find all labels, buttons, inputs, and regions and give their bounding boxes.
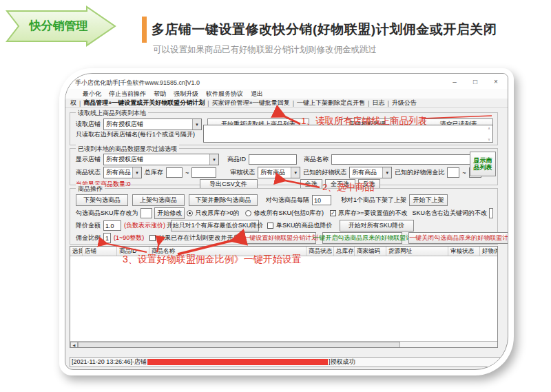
tab-upgrade-notice[interactable]: 升级公告 — [390, 99, 419, 107]
product-id-label: 商品ID — [227, 155, 246, 164]
menu-stop-current[interactable]: 停止当前操作 — [109, 90, 146, 99]
col-select[interactable]: 选择 — [70, 247, 83, 256]
known-state-value: 所有商品 — [352, 168, 377, 177]
chevron-down-icon[interactable]: ▼ — [132, 167, 141, 178]
col-source-url[interactable]: 货源网址 — [386, 247, 448, 256]
audit-status-value: 所有商品 — [260, 168, 285, 177]
app-window: 手小店优化助手[千鱼软件www.91585.cn]V1.0 – □ × 最小化 … — [65, 73, 508, 370]
table-body — [70, 256, 497, 341]
total-stock-label: 总库存 — [145, 168, 163, 177]
horizontal-scrollbar[interactable]: ◀ — [70, 341, 497, 348]
radio-all-sku[interactable] — [245, 210, 251, 216]
commission-input[interactable]: 1 — [103, 233, 111, 243]
show-shop-label: 显示店铺 — [76, 155, 101, 164]
tab-onoff-shelf[interactable]: 一键上下架删除定点开售 — [295, 99, 367, 107]
scroll-left-icon[interactable]: ◀ — [70, 342, 78, 348]
commission-note: (1~90整数) — [114, 234, 144, 243]
product-id-input[interactable] — [249, 154, 297, 165]
checkbox-keep-greater-label: 原库存>=要设置值的不改 — [338, 209, 408, 218]
col-audit-status[interactable]: 审核状态 — [448, 247, 480, 256]
interval-input[interactable]: 10 — [312, 195, 331, 205]
tab-auth-partial[interactable]: 权 — [68, 99, 79, 107]
close-button[interactable]: × — [491, 78, 501, 85]
group2-legend: 已读到本地的商品数据显示过滤选项 — [76, 145, 179, 154]
status-suffix: ]授权成功 — [329, 358, 355, 367]
set-alliance-plan-button[interactable]: 一键设置好物联盟分销计划 — [245, 232, 316, 244]
checkbox-single-sku[interactable] — [267, 223, 273, 229]
chevron-down-icon[interactable]: ▼ — [291, 167, 300, 178]
col-shop[interactable]: 店铺 — [83, 247, 117, 256]
lower-lowest-sku-button[interactable]: 开始只对1个有库存最低价SKU降价 — [171, 220, 259, 231]
known-state-label: 已知的好物状态 — [303, 168, 346, 177]
checkbox-single-sku-label: 单SKU的商品也降价 — [276, 221, 333, 230]
group1-legend: 读取线上商品列表到本地 — [76, 109, 148, 118]
sku-keyword-input[interactable] — [489, 208, 493, 218]
radio-only-positive[interactable] — [187, 210, 193, 216]
price-input[interactable]: 1.0 — [103, 220, 121, 231]
menu-service-agreement[interactable]: 软件服务协议 — [206, 90, 243, 99]
annotation-step3: 3、设置好物联盟佣金比例》一键开始设置 — [123, 254, 302, 266]
col-merchant-code[interactable]: 商家编码 — [355, 247, 386, 256]
show-product-list-button[interactable]: 显示商品列表 — [470, 152, 496, 176]
title-accent-bar — [142, 17, 147, 43]
checkbox-keep-greater[interactable]: ✓ — [330, 210, 336, 216]
chevron-down-icon[interactable]: ▼ — [382, 167, 391, 178]
textarea-scrollbar[interactable]: ∧ ∨ — [486, 125, 492, 142]
known-commission-label: 已知的好物佣金比 — [395, 168, 444, 177]
open-alliance-plan-button[interactable]: 一键开启勾选商品原来的好物联盟计 — [322, 232, 402, 244]
title-bar: 手小店优化助手[千鱼软件www.91585.cn]V1.0 – □ × — [65, 74, 508, 89]
show-shop-value: 所有授权店铺 — [106, 155, 143, 164]
start-updown-button[interactable]: 开始下上架 — [409, 194, 448, 206]
off-shelf-button[interactable]: 下架勾选商品 — [76, 194, 128, 206]
chevron-down-icon[interactable]: ▼ — [209, 154, 218, 165]
menu-exit[interactable]: 退出 — [251, 90, 263, 99]
known-state-select[interactable]: 所有商品 ▼ — [349, 167, 392, 178]
maximize-button[interactable]: □ — [470, 78, 480, 85]
status-prefix: [2021-11-20 13:26:46]-店铺 — [72, 358, 147, 367]
tab-bar: 权 | 商品管理»一键设置或开关好物联盟分销计划 | 买家评价管理»一键批量回复… — [65, 99, 508, 108]
shop-filter-label: 只读取右边列表店铺名(每行1个或逗号隔开) — [76, 130, 195, 139]
lower-all-sku-button[interactable]: 开始对所有SKU降价 — [340, 220, 414, 231]
menu-minimize[interactable]: 最小化 — [83, 90, 101, 99]
sku-stock-input[interactable] — [141, 208, 153, 218]
delete-selected-button[interactable]: 下架并删除勾选商品 — [189, 194, 258, 206]
show-shop-select[interactable]: 所有授权店铺 ▼ — [103, 154, 219, 165]
price-label: 降价金额 — [76, 221, 101, 230]
tab-product-management[interactable]: 商品管理»一键设置或开关好物联盟分销计划 — [81, 99, 207, 107]
interval-label: 对勾选商品每隔 — [266, 196, 309, 205]
stock-min-input[interactable] — [166, 167, 183, 178]
scroll-down-icon[interactable]: ∨ — [488, 137, 490, 141]
product-status-value: 所有商品 — [106, 168, 131, 177]
commission-min-input[interactable] — [447, 167, 459, 178]
modify-stock-button[interactable]: 开始修改 — [154, 207, 185, 219]
checkbox-exist-plan-label: 如果已存在计划则更改并开启 — [158, 234, 239, 243]
audit-status-select[interactable]: 所有商品 ▼ — [258, 167, 300, 178]
tab-log[interactable]: 日志 — [370, 99, 386, 107]
close-alliance-plan-button[interactable]: 一键关闭勾选商品原来的好物联盟计 — [408, 232, 508, 244]
checkbox-exist-plan[interactable] — [149, 235, 156, 241]
banner-arrow-label: 快分销管理 — [21, 18, 96, 34]
sku-keyword-label: SKU名含右边关键词的不改 — [412, 209, 487, 218]
sku-stock-label: 勾选商品SKU库存改为 — [76, 209, 138, 218]
menu-help[interactable]: 帮助 — [154, 90, 166, 99]
scrollbar-thumb[interactable] — [78, 342, 400, 348]
group-product-operations: 商品操作 下架勾选商品 上架勾选商品 下架并删除勾选商品 对勾选商品每隔 10 … — [70, 188, 498, 245]
minimize-button[interactable]: – — [450, 78, 459, 85]
stock-max-input[interactable] — [191, 167, 216, 178]
radio-all-sku-label: 修改所有SKU(包括0库存) — [253, 209, 324, 218]
on-shelf-button[interactable]: 上架勾选商品 — [132, 194, 185, 206]
product-status-label: 商品状态 — [76, 168, 101, 177]
product-name-input[interactable] — [331, 154, 481, 165]
scroll-up-icon[interactable]: ∧ — [488, 126, 490, 130]
tab-review-management[interactable]: 买家评价管理»一键批量回复 — [210, 99, 292, 107]
col-total-stock[interactable]: 总库存 — [334, 247, 355, 256]
col-alliance-commission[interactable]: 好物佣金比 — [480, 247, 498, 256]
group-read-online-list: 读取线上商品列表到本地 读取店铺 所有授权店铺 ▼ 开始重新读取线上商品列表 店… — [70, 112, 498, 145]
status-bar: [2021-11-20 13:26:46]-店铺 ]授权成功 — [70, 357, 503, 367]
commission-label: 佣金比例 — [76, 234, 101, 243]
col-product-status[interactable]: 商品状态 — [306, 247, 334, 256]
scrollbar-track[interactable] — [400, 342, 497, 348]
product-status-select[interactable]: 所有商品 ▼ — [103, 167, 142, 178]
annotation-step1: 1、读取所有店铺线上商品列表 — [301, 115, 427, 127]
menu-force-upgrade[interactable]: 强制升级 — [174, 90, 198, 99]
